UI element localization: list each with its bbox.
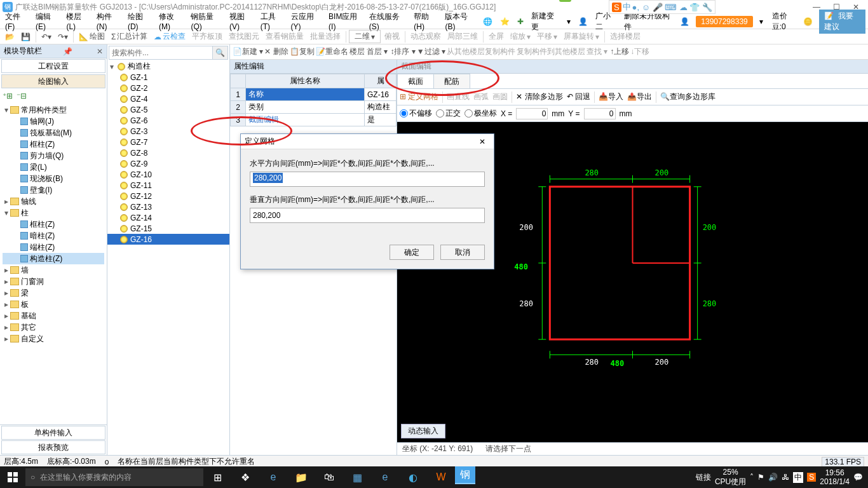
fullscreen-button[interactable]: 全屏 [486,30,506,43]
list-item[interactable]: GZ-4 [107,93,229,104]
find-elem-button[interactable]: 查找图元 [226,30,262,43]
tree-node[interactable]: 构造柱(Z) [3,253,104,264]
list-item[interactable]: GZ-15 [107,223,229,234]
menu-edit[interactable]: 编辑(E) [33,10,62,32]
dialog-close-icon[interactable]: ✕ [475,137,490,146]
tree-node[interactable]: ▸基础 [3,310,104,322]
movedown-button[interactable]: ↓下移 [630,46,649,57]
list-item[interactable]: GZ-13 [107,201,229,212]
tree-node[interactable]: ▸梁 [3,287,104,299]
redo-icon[interactable]: ↷▾ [55,32,71,42]
filter-button[interactable]: ▼过滤 ▾ [417,46,445,57]
tree-node[interactable]: 壁龛(I) [3,184,104,196]
floor-dropdown[interactable]: 楼层 首层 ▾ [349,46,388,57]
list-item[interactable]: GZ-9 [107,158,229,169]
ie-icon[interactable]: e [371,466,399,488]
cloud-check-button[interactable]: ☁ 云检查 [151,30,188,43]
dynamic-observe-button[interactable]: 动态观察 [408,30,444,43]
select-floor-button[interactable]: 选择楼层 [607,30,643,43]
tree-node[interactable]: ▾柱 [3,207,104,219]
batch-select-button[interactable]: 批量选择 [308,30,343,43]
sort-button[interactable]: ↕排序 ▾ [390,46,415,57]
tray-net-icon[interactable]: 🖧 [782,473,789,482]
suggest-button[interactable]: 📝 我要建议 [819,10,865,34]
tree-node[interactable]: 梁(L) [3,161,104,173]
copy-button[interactable]: 📋复制 [290,46,315,57]
start-button[interactable] [0,466,25,488]
tree-node[interactable]: ▾常用构件类型 [3,104,104,116]
query-button[interactable]: 🔍查询多边形库 [660,92,715,102]
menu-bim[interactable]: BIM应用(I) [326,10,364,32]
taskbar-search[interactable]: ○在这里输入你要搜索的内容 [25,468,203,486]
menu-component[interactable]: 构件(N) [94,10,123,32]
zoom-button[interactable]: 缩放 ▾ [508,30,533,43]
tree-node[interactable]: ▸轴线 [3,196,104,207]
new-change-button[interactable]: 新建变更 [529,10,562,34]
export-button[interactable]: 📤导出 [627,92,652,102]
property-table[interactable]: 属性名称属 1名称GZ-16 2类别构造柱 3截面编辑是 [230,74,397,126]
nav-draw-button[interactable]: 绘图输入 [1,74,105,88]
tree-node[interactable]: ▸门窗洞 [3,276,104,287]
list-item[interactable]: GZ-12 [107,191,229,201]
tree-node[interactable]: 现浇板(B) [3,173,104,184]
tree-node[interactable]: 轴网(J) [3,116,104,127]
system-tray[interactable]: 链接 25%CPU使用 ˄ ⚑ 🔊 🖧 中 S 19:562018/1/4 💬 [696,468,868,487]
tray-flag-icon[interactable]: ⚑ [757,473,764,482]
copyfrom-button[interactable]: 从其他楼层复制构件 [447,46,515,57]
menu-modify[interactable]: 修改(M) [156,10,186,32]
delete-button[interactable]: ✕ 删除 [264,46,288,57]
overlook-button[interactable]: 俯视 [382,30,402,43]
expand-icon[interactable]: ⁺⊞ [3,92,13,100]
define-grid-button[interactable]: ⊞ 定义网格 [400,92,438,102]
local-3d-button[interactable]: 局部三维 [445,30,480,43]
nav-single-button[interactable]: 单构件输入 [1,426,105,440]
tree-node[interactable]: ▸板 [3,299,104,310]
taskview-icon[interactable]: ⊞ [203,466,231,488]
menu-version[interactable]: 版本号(B) [442,10,477,32]
list-item[interactable]: GZ-7 [107,137,229,147]
taskbar[interactable]: ○在这里输入你要搜索的内容 ⊞ ❖ e 📁 🛍 ▦ e ◐ W 钢 链接 25%… [0,466,868,488]
v-spacing-input[interactable] [250,208,485,223]
browser-icon[interactable]: ◐ [399,466,427,488]
list-item[interactable]: GZ-1 [107,72,229,83]
list-item[interactable]: GZ-10 [107,169,229,180]
tab-rebar[interactable]: 配筋 [433,74,470,88]
circle-button[interactable]: 画圆 [492,92,508,102]
coin-icon[interactable]: 🪙 [801,16,815,27]
x-input[interactable] [516,108,548,119]
app-icon[interactable]: ❖ [231,466,259,488]
menu-draw[interactable]: 绘图(D) [125,10,154,32]
ok-button[interactable]: 确定 [390,245,434,260]
y-input[interactable] [584,108,616,119]
list-item[interactable]: GZ-16 [107,234,229,245]
moveup-button[interactable]: ↑上移 [610,46,629,57]
collapse-icon[interactable]: ⁻⊟ [17,92,27,100]
tray-ime-icon[interactable]: 中 [793,472,803,483]
tab-section[interactable]: 截面 [397,74,434,88]
menu-rebar[interactable]: 钢筋量(Q) [188,10,224,32]
nav-eng-button[interactable]: 工程设置 [1,59,105,73]
tree-node[interactable]: 框柱(Z) [3,219,104,230]
nav-tree[interactable]: ▾常用构件类型轴网(J)筏板基础(M)框柱(Z)剪力墙(Q)梁(L)现浇板(B)… [0,103,107,424]
radio-ortho[interactable]: 正交 [436,108,461,119]
store-icon[interactable]: 🛍 [315,466,343,488]
task-icon[interactable]: ▦ [343,466,371,488]
radio-nooffset[interactable]: 不偏移 [400,108,432,119]
find-button[interactable]: 查找 ▾ [587,46,607,57]
tray-volume-icon[interactable]: 🔊 [768,473,778,482]
globe-icon[interactable]: 🌐 [480,16,495,27]
component-list[interactable]: ▾ 构造柱GZ-1GZ-2GZ-4GZ-5GZ-6GZ-3GZ-7GZ-8GZ-… [107,61,229,455]
rotate-button[interactable]: 屏幕旋转 ▾ [561,30,602,43]
phone-badge[interactable]: 13907298339 [696,16,752,27]
list-item[interactable]: GZ-8 [107,147,229,158]
mode-dropdown[interactable]: 二维 ▾ [349,30,381,43]
tree-node[interactable]: ▸墙 [3,264,104,276]
tree-node[interactable]: 暗柱(Z) [3,230,104,241]
menu-floor[interactable]: 楼层(L) [64,10,91,32]
list-item[interactable]: GZ-11 [107,180,229,191]
clear-button[interactable]: ✕ 清除多边形 [516,92,562,102]
tray-up-icon[interactable]: ˄ [750,473,754,482]
menu-help[interactable]: 帮助(H) [411,10,440,32]
list-item[interactable]: GZ-5 [107,104,229,115]
list-item[interactable]: GZ-2 [107,83,229,93]
